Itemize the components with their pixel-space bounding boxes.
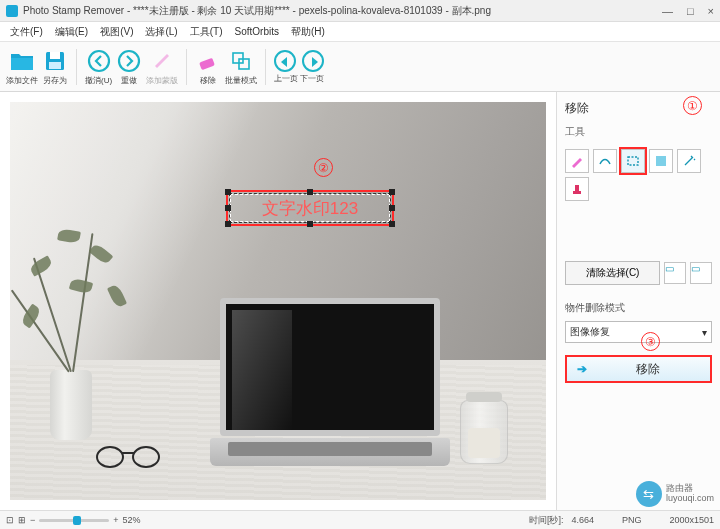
resize-handle[interactable] [225,205,231,211]
tool-row [565,149,712,201]
tool-batch[interactable]: 批量模式 [225,48,257,86]
tool-stamp[interactable] [565,177,589,201]
menu-help[interactable]: 帮助(H) [285,25,331,39]
menu-tools[interactable]: 工具(T) [184,25,229,39]
tool-add-mask[interactable]: 添加蒙版 [146,48,178,86]
chevron-down-icon: ▾ [702,327,707,338]
photo-jar [460,400,508,464]
tool-add-file[interactable]: 添加文件 [6,48,38,86]
annotation-1: ① [683,96,702,115]
tool-undo[interactable]: 撤消(U) [85,48,112,86]
resize-handle[interactable] [389,205,395,211]
resize-handle[interactable] [389,189,395,195]
tool-color-select[interactable] [649,149,673,173]
window-close[interactable]: × [708,5,714,17]
dimensions-label: 2000x1501 [669,515,714,525]
toolbar: 添加文件 另存为 撤消(U) 重做 添加蒙版 移除 批量模式 上一页 下一页 [0,42,720,92]
format-label: PNG [622,515,642,525]
zoom-out-icon[interactable]: − [30,515,35,525]
resize-handle[interactable] [307,189,313,195]
app-icon [6,5,18,17]
invert-button[interactable]: ▭ [690,262,712,284]
svg-point-4 [89,51,109,71]
tool-save-as[interactable]: 另存为 [42,48,68,86]
time-label: 时间[秒]: [529,514,564,527]
svg-rect-7 [233,53,243,63]
annotation-3: ③ [641,332,660,351]
photo-laptop [210,298,450,466]
tool-freehand[interactable] [593,149,617,173]
main-area: 文字水印123 ② 移除 ① 工具 清除选择(C) [0,92,720,510]
zoom-fit-icon[interactable]: ⊡ [6,515,14,525]
router-icon: ⇆ [636,481,662,507]
menu-softorbits[interactable]: SoftOrbits [228,26,284,37]
annotation-2: ② [314,158,333,177]
resize-handle[interactable] [225,221,231,227]
mode-select[interactable]: 图像修复 ▾ [565,321,712,343]
svg-rect-3 [49,62,61,69]
tool-marker[interactable] [565,149,589,173]
svg-rect-11 [573,191,581,194]
svg-rect-10 [656,156,666,166]
toolbar-separator [186,49,187,85]
time-value: 4.664 [571,515,594,525]
prev-page-button[interactable] [274,50,296,72]
window-title: Photo Stamp Remover - ****未注册版 - 剩余 10 天… [23,4,662,18]
selection-rectangle[interactable]: 文字水印123 [226,190,394,226]
mode-label: 物件删除模式 [565,301,712,315]
photo-glasses [96,446,170,472]
remove-button[interactable]: ➔ 移除 [565,355,712,383]
menu-edit[interactable]: 编辑(E) [49,25,94,39]
next-page-button[interactable] [302,50,324,72]
menu-file[interactable]: 文件(F) [4,25,49,39]
svg-rect-0 [11,58,33,70]
zoom-actual-icon[interactable]: ⊞ [18,515,26,525]
zoom-in-icon[interactable]: + [113,515,118,525]
svg-point-5 [119,51,139,71]
photo-plant [10,220,170,440]
tool-rectangle-select[interactable] [621,149,645,173]
watermark-logo: ⇆ 路由器 luyouqi.com [636,481,714,507]
arrow-right-icon: ➔ [577,362,587,376]
side-panel: 移除 ① 工具 清除选择(C) ▭ ▭ 物件删除模式 图像修复 ▾ ➔ 移除 ③ [556,92,720,510]
toolbar-separator [76,49,77,85]
svg-rect-2 [50,52,60,59]
photo-preview: 文字水印123 ② [10,102,546,500]
tools-label: 工具 [565,125,712,139]
menubar: 文件(F) 编辑(E) 视图(V) 选择(L) 工具(T) SoftOrbits… [0,22,720,42]
tool-nav: 上一页 下一页 [274,50,324,84]
resize-handle[interactable] [389,221,395,227]
zoom-slider[interactable] [39,519,109,522]
resize-handle[interactable] [307,221,313,227]
resize-handle[interactable] [225,189,231,195]
deselect-button[interactable]: ▭ [664,262,686,284]
watermark-text: 文字水印123 [262,197,358,220]
statusbar: ⊡ ⊞ − + 52% 时间[秒]: 4.664 PNG 2000x1501 [0,510,720,529]
tool-remove[interactable]: 移除 [195,48,221,86]
tool-redo[interactable]: 重做 [116,48,142,86]
svg-rect-9 [628,157,638,165]
zoom-value: 52% [123,515,141,525]
toolbar-separator [265,49,266,85]
svg-rect-6 [199,57,215,69]
window-minimize[interactable]: — [662,5,673,17]
canvas-area[interactable]: 文字水印123 ② [0,92,556,510]
titlebar: Photo Stamp Remover - ****未注册版 - 剩余 10 天… [0,0,720,22]
svg-rect-8 [239,59,249,69]
svg-rect-12 [575,185,579,191]
clear-selection-button[interactable]: 清除选择(C) [565,261,660,285]
menu-select[interactable]: 选择(L) [139,25,183,39]
menu-view[interactable]: 视图(V) [94,25,139,39]
tool-magic-wand[interactable] [677,149,701,173]
window-maximize[interactable]: □ [687,5,694,17]
